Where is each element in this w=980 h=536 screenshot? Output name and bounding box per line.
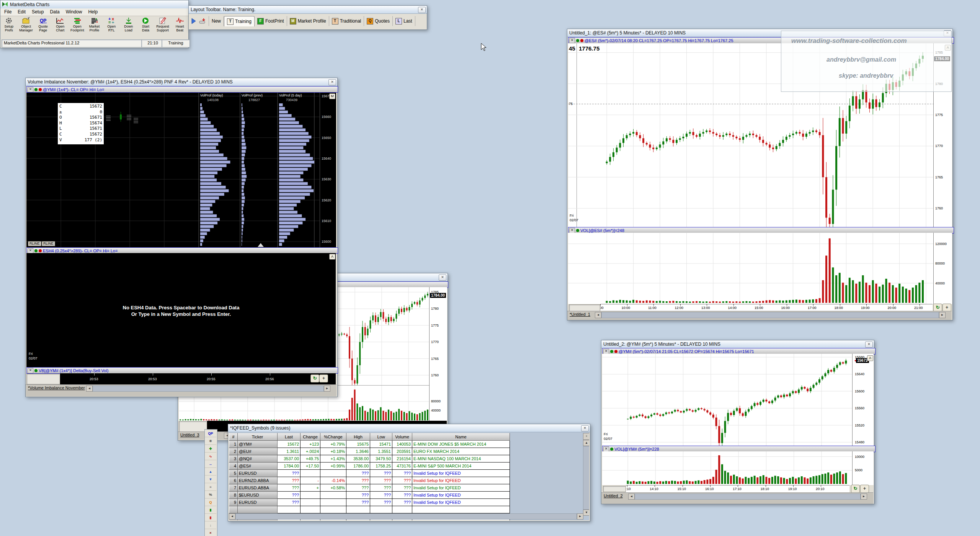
table-row[interactable]: 6EURNZD.ABBA???--0.14%?????????Invalid S…	[229, 477, 510, 484]
window-titlebar[interactable]: *IQFEED_Symbols (9 issues) ✕	[228, 424, 590, 432]
table-row[interactable]: 5EURUSD????????????Invalid Setup for IQF…	[229, 470, 510, 477]
bars-red-icon[interactable]: ▮	[205, 514, 216, 521]
toolbar-button-chart[interactable]: OpenChart	[52, 17, 69, 32]
sort-up-icon[interactable]: ▲	[205, 468, 216, 476]
zoom-in-button[interactable]: +	[860, 485, 869, 493]
column-header-Ticker[interactable]: Ticker	[238, 433, 278, 441]
layout-tab-footprint[interactable]: FFootPrint	[255, 16, 287, 26]
tab-untitled1[interactable]: *Untitled_1	[570, 312, 590, 317]
v-scrollbar[interactable]	[583, 446, 589, 510]
toolbar-button-page[interactable]: QPQuotePage	[34, 17, 52, 32]
scroll-left-icon[interactable]: ◄	[595, 312, 601, 318]
close-icon[interactable]: ✕	[581, 425, 589, 431]
h-scrollbar[interactable]	[235, 513, 577, 520]
tab-untitled3[interactable]: Untitled_3	[180, 433, 199, 437]
scroll-left-icon[interactable]: ◄	[628, 494, 635, 500]
scrollbar[interactable]	[635, 494, 861, 500]
toolbar-button-prefs[interactable]: SetupPrefs	[0, 17, 18, 32]
column-header-Last[interactable]: Last	[278, 433, 301, 441]
pane1-header[interactable]: ✕ @YM# (1x4*)- CL= OP= Hi= Lo=	[26, 86, 338, 93]
arrows-lr-icon[interactable]: ↔	[205, 460, 216, 468]
sort-down-icon[interactable]: ▼	[205, 476, 216, 483]
link-icon[interactable]: ≡	[205, 483, 216, 491]
window-titlebar[interactable]: Untitled_2: @YM# (5m*) 5 Minutes* - DELA…	[601, 340, 874, 348]
layout-tab-quotes[interactable]: QQuotes	[364, 16, 393, 26]
toolbar-button-footprint[interactable]: OpenFootprint	[69, 17, 86, 32]
menu-help[interactable]: Help	[85, 8, 101, 15]
scroll-right-icon[interactable]: ►	[861, 494, 867, 500]
rline-chip[interactable]: RLINE	[42, 241, 55, 246]
price-scale[interactable]: 1567015660156501564015630156201561015600	[320, 93, 336, 247]
toolbar-button-rtl[interactable]: +x=÷OpenRTL	[103, 17, 120, 32]
toolbar-button-load[interactable]: DownLoad	[120, 17, 137, 32]
window-iqfeed-symbols[interactable]: *IQFEED_Symbols (9 issues) ✕ #TickerLast…	[228, 424, 590, 521]
column-header-High[interactable]: High	[346, 433, 370, 441]
toolbar-button-data[interactable]: StartData	[137, 17, 154, 32]
close-pane-icon[interactable]: ✕	[603, 349, 609, 354]
menu-setup[interactable]: Setup	[29, 8, 47, 15]
refresh-button[interactable]: ↻	[851, 485, 860, 493]
qp-icon[interactable]: QP	[205, 430, 216, 437]
window-layout-toolbar[interactable]: Layout Toolbar. Name: Training. ✕ New TT…	[188, 5, 427, 30]
column-header-Name[interactable]: Name	[412, 433, 510, 441]
arrow-down-icon[interactable]: ↓	[205, 521, 216, 529]
window-titlebar[interactable]: Volume Imbalance November: @YM# (1x4*), …	[26, 78, 337, 86]
table-row[interactable]: 1@YM#15672+123+0.79%1567515471140053E-MI…	[229, 441, 510, 448]
toolbar-button-support[interactable]: RequestSupport	[154, 17, 172, 32]
quote-icon[interactable]: Q	[205, 498, 216, 506]
scroll-right-icon[interactable]: ►	[324, 386, 330, 392]
table-row[interactable]: 7EURUSD.ABBA???++0.58%?????????Invalid S…	[229, 484, 510, 492]
pane3-header[interactable]: ✕ VB[@YM# (1x4*)] Delta(Buy-Sell Vol)	[26, 367, 338, 374]
plus-icon[interactable]: ✚	[205, 445, 216, 453]
close-pane-icon[interactable]: ✕	[569, 228, 575, 233]
volume-pane[interactable]	[602, 451, 852, 485]
close-pane-icon[interactable]: ✕	[28, 87, 33, 92]
close-icon[interactable]: ✕	[439, 275, 446, 281]
column-header-n[interactable]: #	[229, 433, 238, 441]
layout-tab-traditional[interactable]: TTraditional	[329, 16, 364, 26]
volume-scale[interactable]: 8000040000	[429, 385, 447, 421]
m-button[interactable]: M	[329, 93, 335, 99]
percent-icon[interactable]: %	[205, 491, 216, 498]
gear-icon[interactable]: ✳	[205, 437, 216, 445]
layout-tab-last[interactable]: LLast	[393, 16, 415, 26]
import-layout-icon[interactable]	[199, 18, 206, 24]
esh4-pane[interactable]: No ESH4 Data. Press Spacebar to Download…	[26, 253, 336, 367]
column-header-Low[interactable]: Low	[370, 433, 392, 441]
run-layout-icon[interactable]	[191, 18, 196, 24]
rline-chip[interactable]: RLINE	[28, 241, 41, 246]
menu-window[interactable]: Window	[63, 8, 85, 15]
window-volume-imbalance[interactable]: Volume Imbalance November: @YM# (1x4*), …	[25, 78, 338, 397]
close-pane-icon[interactable]: ✕	[569, 38, 575, 43]
zoom-in-button[interactable]: +	[942, 304, 951, 312]
refresh-button[interactable]: ↻	[310, 374, 319, 382]
add-symbol-button[interactable]: ＋	[583, 433, 589, 440]
tab-volume-imbalance[interactable]: *Volume Imbalance November	[28, 386, 85, 390]
tab-untitled2[interactable]: Untitled_2	[604, 494, 623, 498]
column-header-Change[interactable]: Change	[301, 433, 320, 441]
layout-tab-market-profile[interactable]: MMarket Profile	[287, 16, 329, 26]
table-row[interactable]: 9EURUSD????????????Invalid Setup for IQF…	[229, 499, 510, 506]
volume-scale[interactable]: 1200008000040000	[933, 233, 952, 304]
window-marketdelta-main[interactable]: MarketDelta Charts FileEditSetupDataWind…	[0, 0, 189, 48]
scroll-down-icon[interactable]: ▼	[583, 510, 589, 516]
window-titlebar[interactable]: Layout Toolbar. Name: Training. ✕	[189, 6, 427, 14]
window-untitled2[interactable]: Untitled_2: @YM# (5m*) 5 Minutes* - DELA…	[601, 340, 874, 504]
close-pane-icon[interactable]: ✕	[603, 446, 609, 452]
chart-icon[interactable]: ∿	[205, 453, 216, 460]
scrollbar[interactable]	[601, 312, 939, 318]
close-pane-icon[interactable]: ✕	[28, 248, 33, 253]
footprint-pane[interactable]: VolProf (today)140108VolProf (prev)17882…	[26, 93, 320, 247]
column-header-Volume[interactable]: Volume	[392, 433, 412, 441]
scroll-left-icon[interactable]: ◄	[86, 386, 93, 392]
zoom-in-button[interactable]: +	[319, 374, 328, 382]
table-row[interactable]: 3@NQ#3537.00+49.75+1.43%3538.003479.5021…	[229, 455, 510, 462]
close-icon[interactable]: ×	[205, 529, 216, 536]
price-scale[interactable]: 1785178017751770176517601784.00	[429, 287, 447, 385]
table-row[interactable]: 4@ES#1784.00+17.50+0.99%1786.001758.2547…	[229, 462, 510, 470]
volume-scale[interactable]: 100005000	[852, 451, 874, 485]
scrollbar[interactable]	[93, 386, 324, 392]
bars-green-icon[interactable]: ▮	[205, 506, 216, 514]
close-icon[interactable]: ✕	[418, 7, 426, 13]
close-pane-icon[interactable]: ✕	[28, 368, 33, 373]
